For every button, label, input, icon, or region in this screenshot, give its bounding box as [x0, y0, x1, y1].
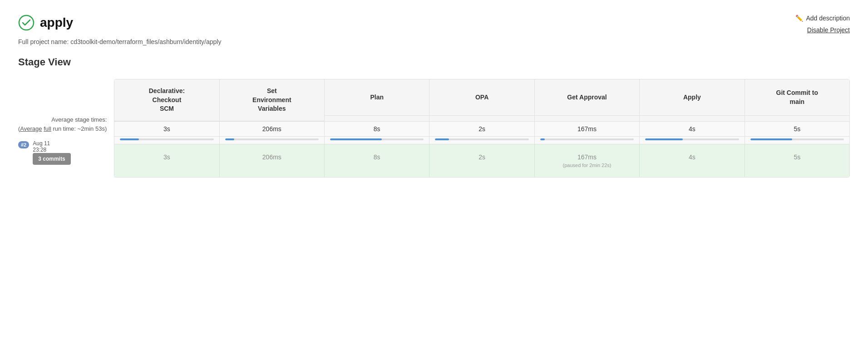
avg-cell-5: 4s [640, 122, 745, 136]
progress-cell-2 [325, 137, 429, 144]
disable-project-button[interactable]: Disable Project [807, 26, 850, 34]
stage-col-1: SetEnvironmentVariables [220, 79, 325, 121]
page: apply Full project name: cd3toolkit-demo… [0, 0, 868, 345]
avg-times-row: 3s 206ms 8s 2s 167ms 4s 5s [114, 122, 849, 137]
stage-header-1: SetEnvironmentVariables [220, 79, 324, 121]
data-cell-4[interactable]: 167ms (paused for 2min 22s) [535, 144, 640, 177]
data-cell-5[interactable]: 4s [640, 144, 745, 177]
stage-header-2: Plan [325, 79, 429, 116]
stage-view-container: Average stage times: (Average full run t… [18, 79, 850, 177]
progress-cell-0 [114, 137, 219, 144]
avg-cell-2: 8s [325, 122, 429, 136]
svg-point-0 [19, 15, 34, 30]
progress-cell-6 [745, 137, 849, 144]
page-title: apply [40, 15, 73, 30]
project-name: Full project name: cd3toolkit-demo/terra… [18, 38, 850, 45]
left-labels: Average stage times: (Average full run t… [18, 79, 114, 165]
avg-cell-3: 2s [429, 122, 534, 136]
avg-cell-4: 167ms [535, 122, 640, 136]
stage-col-5: Apply [640, 79, 745, 121]
data-cell-0[interactable]: 3s [114, 144, 219, 177]
stage-col-3: OPA [429, 79, 534, 121]
paused-text: (paused for 2min 22s) [540, 163, 634, 168]
data-cell-2[interactable]: 8s [325, 144, 429, 177]
stage-header-3: OPA [429, 79, 534, 116]
avg-cell-6: 5s [745, 122, 849, 136]
add-description-button[interactable]: ✏️ Add description [795, 15, 850, 22]
progress-bars-row [114, 137, 849, 144]
run-info: Aug 11 23:28 3 commits [33, 140, 70, 165]
stage-col-6: Git Commit tomain [745, 79, 849, 121]
stage-header-5: Apply [640, 79, 744, 116]
stage-header-0: Declarative:CheckoutSCM [114, 79, 219, 121]
stages-header-row: Declarative:CheckoutSCM SetEnvironmentVa… [114, 79, 849, 122]
stage-header-6: Git Commit tomain [745, 79, 849, 116]
progress-cell-3 [429, 137, 534, 144]
commits-badge[interactable]: 3 commits [33, 153, 70, 165]
avg-times-label: Average stage times: (Average full run t… [18, 115, 107, 133]
page-header: apply [18, 15, 850, 31]
avg-cell-0: 3s [114, 122, 219, 136]
stage-col-4: Get Approval [535, 79, 640, 121]
success-check-icon [18, 15, 35, 31]
progress-cell-1 [220, 137, 325, 144]
top-right-actions: ✏️ Add description Disable Project [795, 15, 850, 34]
data-cell-6[interactable]: 5s [745, 144, 849, 177]
pencil-icon: ✏️ [795, 15, 803, 22]
data-cells-row: 3s 206ms 8s 2s 167ms (paused for 2min 22… [114, 144, 849, 177]
stage-col-0: Declarative:CheckoutSCM [114, 79, 219, 121]
stage-col-2: Plan [325, 79, 429, 121]
avg-cell-1: 206ms [220, 122, 325, 136]
data-cell-3[interactable]: 2s [429, 144, 534, 177]
run-badge: #2 Aug 11 23:28 3 commits [18, 140, 107, 165]
run-date: Aug 11 23:28 [33, 140, 70, 153]
run-number-badge: #2 [18, 141, 29, 148]
stage-view-title: Stage View [18, 56, 850, 68]
stage-header-4: Get Approval [535, 79, 639, 116]
progress-cell-4 [535, 137, 640, 144]
data-cell-1[interactable]: 206ms [220, 144, 325, 177]
stages-grid: Declarative:CheckoutSCM SetEnvironmentVa… [114, 79, 850, 177]
progress-cell-5 [640, 137, 745, 144]
add-description-label: Add description [806, 15, 850, 22]
